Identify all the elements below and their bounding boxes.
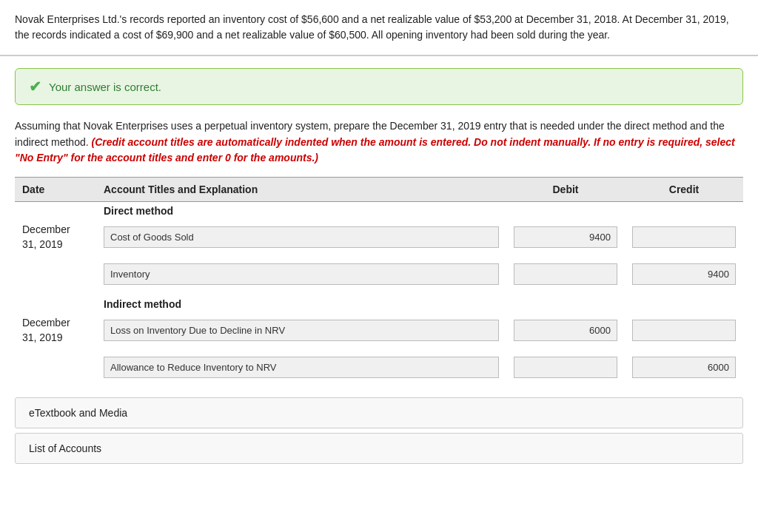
credit-cell xyxy=(625,220,743,255)
debit-input[interactable] xyxy=(514,357,617,378)
col-header-credit: Credit xyxy=(625,178,743,202)
list-of-accounts-button[interactable]: List of Accounts xyxy=(15,433,743,464)
table-row xyxy=(15,260,743,288)
correct-banner: ✔ Your answer is correct. xyxy=(15,68,743,105)
section-label: Indirect method xyxy=(96,295,743,313)
account-cell xyxy=(96,354,506,381)
row-spacer xyxy=(15,348,743,354)
etextbook-button[interactable]: eTextbook and Media xyxy=(15,397,743,428)
credit-input[interactable] xyxy=(632,320,736,341)
account-input[interactable] xyxy=(104,320,499,341)
section-spacer xyxy=(15,288,743,295)
date-cell xyxy=(15,354,96,381)
debit-cell xyxy=(506,313,625,348)
credit-input[interactable] xyxy=(632,226,736,248)
table-row: December31, 2019 xyxy=(15,220,743,255)
account-cell xyxy=(96,260,506,288)
credit-cell xyxy=(625,260,743,288)
credit-cell xyxy=(625,354,743,381)
banner-text: Your answer is correct. xyxy=(49,81,161,93)
account-input[interactable] xyxy=(104,263,499,285)
instruction-block: Assuming that Novak Enterprises uses a p… xyxy=(15,118,743,166)
section-header-0: Direct method xyxy=(15,202,743,220)
bottom-buttons: eTextbook and Media List of Accounts xyxy=(15,397,743,464)
col-header-debit: Debit xyxy=(506,178,625,202)
section-header-1: Indirect method xyxy=(15,295,743,313)
journal-table: Date Account Titles and Explanation Debi… xyxy=(15,177,743,381)
account-input[interactable] xyxy=(104,226,499,248)
debit-input[interactable] xyxy=(514,226,617,248)
table-row: December31, 2019 xyxy=(15,313,743,348)
table-row xyxy=(15,354,743,381)
credit-cell xyxy=(625,313,743,348)
section-label: Direct method xyxy=(96,202,743,220)
problem-text: Novak Enterprises Ltd.'s records reporte… xyxy=(15,12,743,43)
debit-cell xyxy=(506,220,625,255)
credit-input[interactable] xyxy=(632,263,736,285)
debit-cell xyxy=(506,354,625,381)
date-cell: December31, 2019 xyxy=(15,313,96,348)
col-header-account: Account Titles and Explanation xyxy=(96,178,506,202)
instruction-red-text: (Credit account titles are automatically… xyxy=(15,136,735,164)
date-cell: December31, 2019 xyxy=(15,220,96,255)
debit-input[interactable] xyxy=(514,263,617,285)
problem-statement: Novak Enterprises Ltd.'s records reporte… xyxy=(0,0,758,56)
row-spacer xyxy=(15,255,743,260)
col-header-date: Date xyxy=(15,178,96,202)
account-cell xyxy=(96,220,506,255)
date-cell xyxy=(15,260,96,288)
account-cell xyxy=(96,313,506,348)
debit-input[interactable] xyxy=(514,320,617,341)
answer-section: ✔ Your answer is correct. Assuming that … xyxy=(0,56,758,476)
debit-cell xyxy=(506,260,625,288)
check-icon: ✔ xyxy=(29,78,41,95)
account-input[interactable] xyxy=(104,357,499,378)
credit-input[interactable] xyxy=(632,357,736,378)
